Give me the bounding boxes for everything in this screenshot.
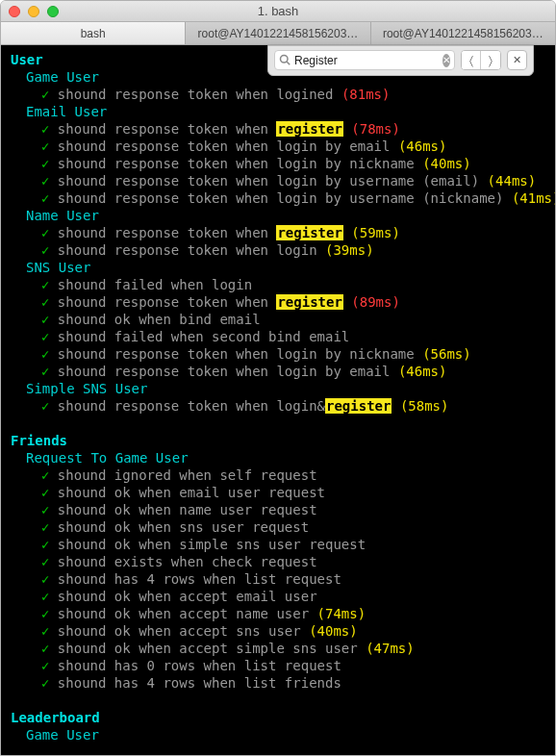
test-line: ✓ shound has 4 rows when list request: [41, 570, 553, 588]
test-line: ✓ shound exists when check request: [41, 553, 553, 570]
test-line: ✓ shound ok when accept name user (74ms): [41, 605, 553, 622]
close-window-button[interactable]: [9, 6, 20, 17]
tab-bar: bash root@AY1401221458156203… root@AY140…: [1, 22, 555, 45]
test-line: ✓ shound response token when logined (81…: [41, 86, 553, 103]
test-line: ✓ shound ok when accept email user: [41, 588, 553, 605]
find-done-button[interactable]: ✕: [507, 50, 527, 70]
tab-bash[interactable]: bash: [1, 22, 186, 44]
titlebar: 1. bash: [1, 1, 555, 22]
tab-remote-1[interactable]: root@AY1401221458156203…: [186, 22, 370, 44]
test-line: ✓ shound ok when accept sns user (40ms): [41, 622, 553, 640]
find-prev-button[interactable]: 〈: [462, 51, 481, 69]
search-icon: [279, 52, 291, 69]
test-line: ✓ shound response token when register (5…: [41, 224, 553, 241]
test-line: ✓ shound ok when bind email: [41, 311, 553, 328]
find-next-button[interactable]: 〉: [481, 51, 500, 69]
test-line: ✓ shound response token when register (8…: [41, 293, 553, 311]
search-box[interactable]: ✕: [274, 50, 455, 70]
minimize-window-button[interactable]: [28, 6, 39, 17]
test-line: ✓ shound response token when login&regis…: [41, 397, 553, 415]
test-line: ✓ shound response token when login by em…: [41, 363, 553, 380]
test-line: ✓ shound response token when register (7…: [41, 120, 553, 138]
test-line: ✓ shound response token when login by em…: [41, 138, 553, 155]
traffic-lights: [1, 6, 59, 17]
find-nav-group: 〈 〉: [461, 50, 501, 70]
test-line: ✓ shound ok when sns user request: [41, 518, 553, 536]
test-line: ✓ shound response token when login by ni…: [41, 345, 553, 363]
find-bar: ✕ 〈 〉 ✕: [267, 45, 534, 76]
terminal-window: 1. bash bash root@AY1401221458156203… ro…: [0, 0, 556, 756]
clear-search-button[interactable]: ✕: [442, 54, 450, 67]
test-line: ✓ shound response token when login by us…: [41, 189, 553, 207]
search-input[interactable]: [291, 54, 442, 67]
test-line: ✓ shound has 4 rows when list friends: [41, 674, 553, 692]
tab-remote-2[interactable]: root@AY1401221458156203…: [371, 22, 555, 44]
test-line: ✓ shound ok when accept simple sns user …: [41, 640, 553, 657]
test-line: ✓ shound ignored when self request: [41, 466, 553, 484]
test-line: ✓ shound failed when second bind email: [41, 328, 553, 345]
test-line: ✓ shound failed when login: [41, 276, 553, 293]
window-title: 1. bash: [1, 4, 555, 18]
test-line: ✓ shound ok when email user request: [41, 484, 553, 501]
test-line: ✓ shound ok when name user request: [41, 501, 553, 518]
test-line: ✓ shound has 0 rows when list request: [41, 657, 553, 674]
test-line: ✓ shound response token when login (39ms…: [41, 241, 553, 259]
maximize-window-button[interactable]: [47, 6, 59, 17]
test-line: ✓ shound response token when login by us…: [41, 172, 553, 189]
svg-point-0: [281, 55, 289, 63]
test-line: ✓ shound response token when login by ni…: [41, 155, 553, 172]
terminal-output[interactable]: UserGame User✓ shound response token whe…: [1, 45, 555, 755]
svg-line-1: [287, 62, 290, 64]
test-line: ✓ shound ok when simple sns user request: [41, 536, 553, 553]
